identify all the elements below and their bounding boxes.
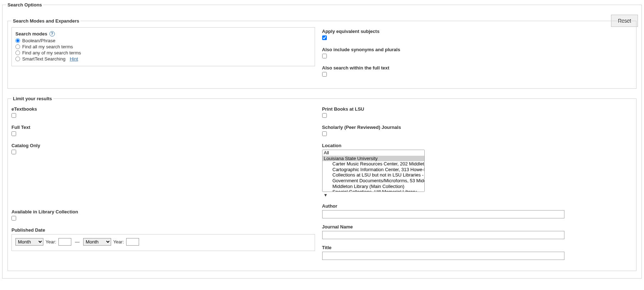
location-option-special: Special Collections, Hill Memorial Libra…	[323, 189, 424, 192]
search-options-fieldset: Search Options Reset Search Modes and Ex…	[2, 2, 642, 279]
search-modes-expanders-legend: Search Modes and Expanders	[11, 18, 81, 24]
mode-findany-label[interactable]: Find any of my search terms	[22, 50, 81, 55]
search-modes-label: Search modes	[15, 31, 47, 37]
search-modes-expanders-fieldset: Search Modes and Expanders Search modes …	[8, 18, 636, 89]
available-checkbox[interactable]	[11, 216, 16, 221]
synonyms-checkbox[interactable]	[322, 54, 327, 58]
journal-label: Journal Name	[322, 224, 633, 229]
fulltext-checkbox[interactable]	[11, 131, 16, 136]
fulltext-search-checkbox[interactable]	[322, 72, 327, 77]
fulltext-search-label: Also search within the full text	[322, 65, 633, 71]
synonyms-label: Also include synonyms and plurals	[322, 47, 633, 52]
print-books-checkbox[interactable]	[322, 113, 327, 118]
date-range-dash: —	[73, 239, 81, 245]
location-select[interactable]: All Louisiana State University Carter Mu…	[322, 150, 425, 192]
end-year-input[interactable]	[126, 238, 139, 246]
fulltext-label: Full Text	[11, 125, 315, 130]
journal-input[interactable]	[322, 231, 564, 239]
apply-equivalent-label: Apply equivalent subjects	[322, 29, 633, 34]
mode-findall-label[interactable]: Find all my search terms	[22, 44, 73, 49]
start-month-select[interactable]: Month	[15, 238, 43, 246]
end-year-label: Year:	[113, 239, 124, 245]
hint-link[interactable]: Hint	[70, 56, 78, 62]
location-option-coll-notlib: Collections at LSU but not in LSU Librar…	[323, 172, 424, 178]
location-label: Location	[322, 143, 633, 148]
location-option-lsu: Louisiana State University	[323, 156, 424, 161]
limit-results-fieldset: Limit your results eTextbooks Full Text …	[8, 96, 636, 271]
end-month-select[interactable]: Month	[83, 238, 111, 246]
start-year-label: Year:	[46, 239, 56, 245]
search-modes-box: Search modes ? Boolean/Phrase Find all m…	[11, 27, 315, 66]
location-option-govdocs: Government Documents/Microforms, 53 Midd…	[323, 178, 424, 184]
location-option-carto: Cartographic Information Center, 313 How…	[323, 167, 424, 173]
author-label: Author	[322, 203, 633, 209]
location-option-all: All	[323, 150, 424, 156]
location-option-middleton: Middleton Library (Main Collection)	[323, 184, 424, 189]
scholarly-checkbox[interactable]	[322, 131, 327, 136]
apply-equivalent-checkbox[interactable]	[322, 35, 327, 40]
limit-results-legend: Limit your results	[11, 96, 53, 101]
published-date-label: Published Date	[11, 227, 315, 233]
title-label: Title	[322, 245, 633, 250]
scholarly-label: Scholarly (Peer Reviewed) Journals	[322, 125, 633, 130]
start-year-input[interactable]	[58, 238, 71, 246]
location-option-carter: Carter Music Resources Center, 202 Middl…	[323, 161, 424, 167]
mode-boolean-label[interactable]: Boolean/Phrase	[22, 38, 56, 43]
catalog-only-checkbox[interactable]	[11, 150, 16, 154]
mode-findall-radio[interactable]	[15, 44, 20, 49]
mode-findany-radio[interactable]	[15, 50, 20, 55]
search-options-legend: Search Options	[6, 2, 43, 8]
etextbooks-label: eTextbooks	[11, 106, 315, 112]
print-books-label: Print Books at LSU	[322, 106, 633, 112]
location-expand-icon[interactable]: ▼	[322, 193, 633, 198]
mode-smarttext-label[interactable]: SmartText Searching	[22, 56, 66, 62]
catalog-only-label: Catalog Only	[11, 143, 315, 148]
help-icon[interactable]: ?	[49, 31, 55, 37]
mode-smarttext-radio[interactable]	[15, 57, 20, 61]
available-label: Available in Library Collection	[11, 209, 315, 214]
author-input[interactable]	[322, 210, 564, 218]
title-input[interactable]	[322, 252, 564, 260]
etextbooks-checkbox[interactable]	[11, 113, 16, 118]
mode-boolean-radio[interactable]	[15, 38, 20, 43]
